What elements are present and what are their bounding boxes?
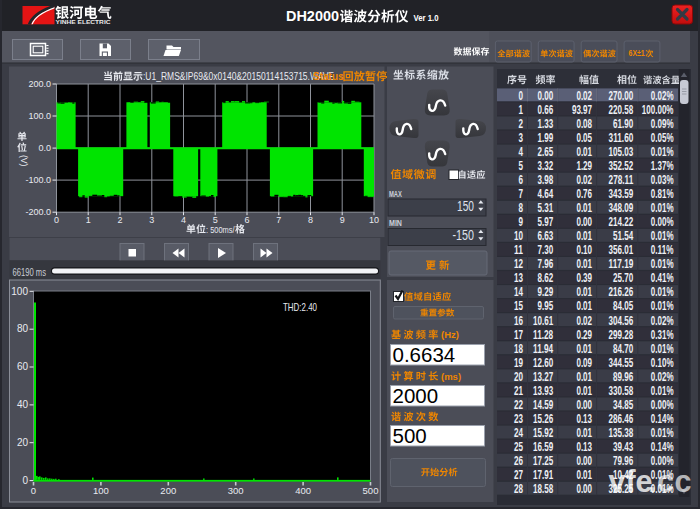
svg-text:0.01: 0.01	[576, 342, 592, 356]
svg-text:0.05: 0.05	[576, 131, 592, 145]
svg-text:16: 16	[514, 314, 523, 328]
svg-text:0.14%: 0.14%	[651, 440, 674, 454]
svg-text:14: 14	[514, 285, 523, 299]
svg-text:10: 10	[369, 215, 379, 225]
svg-text:(V): (V)	[19, 155, 29, 167]
svg-text:0.13: 0.13	[576, 412, 592, 426]
svg-text:220.58: 220.58	[609, 103, 634, 117]
svg-text:286.46: 286.46	[609, 412, 634, 426]
svg-text:0.29: 0.29	[576, 328, 592, 342]
svg-text:7: 7	[276, 215, 281, 225]
svg-text:348.09: 348.09	[609, 201, 634, 215]
svg-text:100: 100	[93, 485, 109, 496]
svg-text:0.08: 0.08	[576, 117, 592, 131]
svg-text:10: 10	[514, 229, 523, 243]
svg-text:0: 0	[54, 215, 59, 225]
svg-text:7: 7	[519, 187, 524, 201]
svg-text:13: 13	[514, 271, 523, 285]
svg-text:9.95: 9.95	[538, 299, 554, 313]
svg-text:0.0: 0.0	[38, 143, 51, 153]
svg-text:0.81%: 0.81%	[651, 187, 674, 201]
svg-text:100: 100	[11, 286, 28, 297]
svg-text:3.98: 3.98	[538, 173, 554, 187]
svg-text:5: 5	[519, 159, 524, 173]
svg-text:0.00: 0.00	[576, 215, 592, 229]
svg-text:500: 500	[393, 424, 427, 447]
svg-text:27: 27	[514, 468, 523, 482]
svg-text:MAX: MAX	[389, 188, 402, 199]
svg-text:24: 24	[514, 426, 523, 440]
svg-text:20: 20	[17, 437, 29, 448]
svg-text:25.70: 25.70	[613, 271, 633, 285]
svg-text:11: 11	[514, 243, 523, 257]
svg-text:100.00%: 100.00%	[642, 103, 674, 117]
svg-text:0.01: 0.01	[576, 201, 592, 215]
svg-text:270.00: 270.00	[609, 89, 634, 103]
svg-text:51.54: 51.54	[613, 229, 633, 243]
svg-text:9: 9	[519, 215, 524, 229]
svg-text:0.11%: 0.11%	[651, 243, 674, 257]
svg-text:0.00%: 0.00%	[651, 398, 674, 412]
svg-text:1: 1	[86, 215, 91, 225]
svg-text:0.02: 0.02	[576, 173, 592, 187]
svg-text:12: 12	[514, 257, 523, 271]
svg-text:200: 200	[160, 485, 176, 496]
svg-text:0.09%: 0.09%	[651, 117, 674, 131]
svg-text:23: 23	[514, 412, 523, 426]
svg-text:0.09: 0.09	[576, 356, 592, 370]
svg-text:0.6634: 0.6634	[393, 343, 456, 366]
svg-text:1: 1	[519, 103, 524, 117]
svg-text:2000: 2000	[393, 384, 439, 407]
svg-text:0.01%: 0.01%	[651, 229, 674, 243]
svg-text:6: 6	[244, 215, 249, 225]
svg-text:8: 8	[519, 201, 524, 215]
svg-text:17.91: 17.91	[533, 468, 553, 482]
svg-text:0.31%: 0.31%	[651, 328, 674, 342]
svg-text:0.01: 0.01	[576, 370, 592, 384]
svg-text:9.29: 9.29	[538, 285, 554, 299]
svg-text:0.01%: 0.01%	[651, 342, 674, 356]
svg-text:0.01: 0.01	[576, 426, 592, 440]
svg-text:1.33: 1.33	[538, 117, 554, 131]
svg-text:17: 17	[514, 328, 523, 342]
svg-text:10.61: 10.61	[533, 314, 553, 328]
svg-text:0.13: 0.13	[576, 440, 592, 454]
svg-text:89.96: 89.96	[613, 370, 633, 384]
svg-text:28: 28	[514, 482, 523, 496]
svg-text:16.59: 16.59	[533, 440, 553, 454]
svg-text:93.97: 93.97	[572, 103, 592, 117]
svg-text:80: 80	[17, 323, 29, 334]
svg-text:0.02: 0.02	[576, 89, 592, 103]
svg-text:0.00%: 0.00%	[651, 215, 674, 229]
svg-text:0.39: 0.39	[576, 271, 592, 285]
svg-text:17.25: 17.25	[533, 454, 553, 468]
svg-text:11.28: 11.28	[533, 328, 553, 342]
svg-text:(Hz): (Hz)	[441, 329, 459, 340]
svg-text:0.00: 0.00	[576, 398, 592, 412]
svg-text:5.31: 5.31	[538, 201, 554, 215]
svg-text:0.01: 0.01	[576, 468, 592, 482]
svg-text:0.01%: 0.01%	[651, 285, 674, 299]
svg-text:vfe: vfe	[609, 464, 653, 498]
svg-text:MIN: MIN	[389, 217, 402, 228]
svg-text:0.01: 0.01	[576, 285, 592, 299]
svg-text:299.28: 299.28	[609, 328, 634, 342]
svg-text:0.41%: 0.41%	[651, 271, 674, 285]
svg-text:0.01%: 0.01%	[651, 299, 674, 313]
svg-text:22: 22	[514, 398, 523, 412]
svg-text:15: 15	[514, 299, 523, 313]
svg-text:0.76: 0.76	[576, 187, 592, 201]
svg-text:21: 21	[514, 384, 523, 398]
svg-text:4: 4	[181, 215, 186, 225]
svg-text:39.43: 39.43	[613, 440, 633, 454]
svg-text:0.01: 0.01	[576, 145, 592, 159]
svg-text:200.0: 200.0	[28, 79, 51, 89]
svg-text:0.66: 0.66	[538, 103, 554, 117]
svg-text:0.01%: 0.01%	[651, 384, 674, 398]
svg-text:105.03: 105.03	[609, 145, 634, 159]
svg-text:1.99: 1.99	[538, 131, 554, 145]
svg-text:6: 6	[519, 173, 524, 187]
svg-text:6.63: 6.63	[538, 229, 554, 243]
svg-text:34.85: 34.85	[613, 398, 633, 412]
svg-text:0.02%: 0.02%	[651, 370, 674, 384]
